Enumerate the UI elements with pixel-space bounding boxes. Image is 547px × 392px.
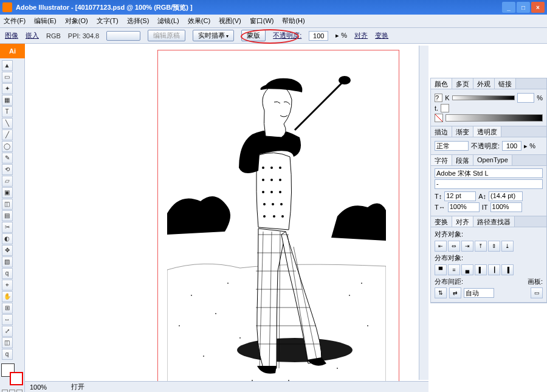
transform-link[interactable]: 变换 [375,31,388,40]
tool-21[interactable]: ⊞ [2,303,13,314]
tool-10[interactable]: ▱ [2,176,13,187]
spacing-select[interactable]: 自动 [464,288,494,298]
tool-7[interactable]: ◯ [2,141,13,152]
distribute-spacing-label: 分布间距: [435,277,463,286]
tab-links[interactable]: 链接 [495,78,516,89]
tab-transparency[interactable]: 透明度 [473,126,501,137]
gray-ramp[interactable] [446,114,543,122]
tool-13[interactable]: ▤ [2,210,13,221]
vscale-select[interactable]: 100% [490,202,522,212]
svg-point-18 [262,179,264,181]
menu-view[interactable]: 视图(V) [219,16,241,26]
dist-bottom-button[interactable]: ▄ [461,264,473,275]
minimize-button[interactable]: _ [502,2,515,13]
tool-1[interactable]: ▭ [2,72,13,83]
menu-effect[interactable]: 效果(C) [188,16,210,26]
tool-0[interactable]: ▲ [2,60,13,71]
menu-object[interactable]: 对象(O) [65,16,88,26]
tab-color[interactable]: 颜色 [431,78,452,89]
tool-4[interactable]: T [2,106,13,117]
close-button[interactable]: × [531,2,545,13]
titlebar: Adobe Illustrator - [401077123.psd @ 100… [0,0,547,15]
font-style-select[interactable]: - [435,179,543,189]
tool-2[interactable]: ✦ [2,83,13,94]
dist-hspace-button[interactable]: ⇄ [449,287,461,298]
tool-16[interactable]: ✥ [2,245,13,256]
dist-right-button[interactable]: ▐ [501,264,514,275]
tab-pathfinder[interactable]: 路径查找器 [473,216,515,227]
tab-stroke[interactable]: 描边 [431,126,452,137]
align-hcenter-button[interactable]: ⇔ [448,241,460,252]
tool-11[interactable]: ▣ [2,187,13,198]
tab-pages[interactable]: 多页 [452,78,473,89]
dist-left-button[interactable]: ▌ [475,264,487,275]
fontsize-select[interactable]: 12 pt [444,191,476,201]
fill-stroke-control[interactable] [1,363,23,385]
tool-8[interactable]: ✎ [2,153,13,163]
percent-icon: ▸ % [335,32,347,40]
embed-input[interactable] [106,31,140,41]
align-bottom-button[interactable]: ⤓ [501,241,514,252]
tool-5[interactable]: ╲ [2,118,13,129]
menu-type[interactable]: 文字(T) [97,16,119,26]
tab-opentype[interactable]: OpenType [473,155,512,165]
menu-select[interactable]: 选择(S) [127,16,150,26]
blend-mode-select[interactable]: 正常 [435,141,469,151]
tool-15[interactable]: ◐ [2,233,13,244]
tab-align[interactable]: 对齐 [452,216,473,227]
maximize-button[interactable]: □ [517,2,530,13]
dist-vspace-button[interactable]: ⇅ [435,287,447,298]
tab-transform[interactable]: 变换 [431,216,452,227]
svg-point-24 [263,203,266,205]
svg-point-2 [237,338,353,362]
mask-button[interactable]: 蒙版 [241,30,266,41]
tool-3[interactable]: ▦ [2,95,13,106]
tab-character[interactable]: 字符 [431,155,452,165]
color-modes[interactable] [0,388,24,392]
hscale-select[interactable]: 100% [448,202,480,212]
white-swatch[interactable] [441,104,449,112]
tool-19[interactable]: ⌖ [2,280,13,291]
live-trace-button[interactable]: 实时描摹 [193,30,234,41]
align-left-button[interactable]: ⇤ [435,241,447,252]
stroke-swatch[interactable] [10,372,23,385]
leading-select[interactable]: (14.4 pt) [489,191,523,201]
tool-20[interactable]: ✋ [2,291,13,302]
align-right-button[interactable]: ⇥ [461,241,473,252]
tool-25[interactable]: q [2,349,13,360]
align-link[interactable]: 对齐 [354,31,368,40]
vertical-scrollbar[interactable] [419,46,428,380]
tool-18[interactable]: q [2,268,13,279]
embed-link[interactable]: 嵌入 [26,31,39,40]
tool-22[interactable]: ↔ [2,314,13,325]
menu-help[interactable]: 帮助(H) [282,16,304,26]
tab-paragraph[interactable]: 段落 [452,155,473,165]
tool-6[interactable]: ╱ [2,129,13,140]
menu-file[interactable]: 文件(F) [4,16,26,26]
tool-23[interactable]: ⤢ [2,326,13,337]
dist-top-button[interactable]: ▀ [435,264,447,275]
tool-9[interactable]: ⟲ [2,164,13,175]
dist-vcenter-button[interactable]: ≡ [448,264,460,275]
opacity-input[interactable] [309,31,328,41]
k-value-input[interactable] [517,93,534,103]
opacity-value-input[interactable] [502,141,521,151]
tool-12[interactable]: ◫ [2,199,13,210]
menu-edit[interactable]: 编辑(E) [34,16,57,26]
align-to-button[interactable]: ▭ [531,287,543,298]
font-family-select[interactable]: Adobe 宋体 Std L [435,168,543,178]
tool-17[interactable]: ▧ [2,256,13,267]
dist-hcenter-button[interactable]: ┃ [488,264,500,275]
tab-gradient[interactable]: 渐变 [452,126,473,137]
fill-proxy[interactable]: ? [435,94,442,102]
tool-24[interactable]: ◫ [2,337,13,348]
k-slider[interactable] [452,95,515,100]
none-swatch[interactable] [435,114,443,122]
tool-14[interactable]: ✂ [2,222,13,233]
zoom-level[interactable]: 100% [30,383,47,391]
menu-window[interactable]: 窗口(W) [250,16,274,26]
align-top-button[interactable]: ⤒ [475,241,487,252]
tab-appearance[interactable]: 外观 [473,78,495,89]
align-vcenter-button[interactable]: ⇕ [488,241,500,252]
menu-filter[interactable]: 滤镜(L) [157,16,179,26]
